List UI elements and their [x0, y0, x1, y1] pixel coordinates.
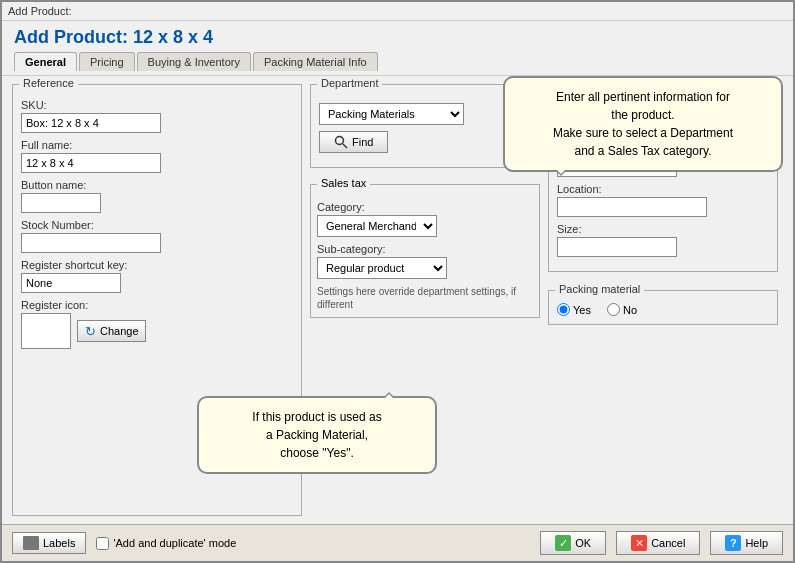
main-window: Add Product: Add Product: 12 x 8 x 4 Gen…: [0, 0, 795, 563]
ok-label: OK: [575, 537, 591, 549]
fullname-label: Full name:: [21, 139, 293, 151]
shortcut-input[interactable]: [21, 273, 121, 293]
change-button[interactable]: ↻ Change: [77, 320, 146, 342]
sku-group: SKU:: [21, 99, 293, 133]
category-select[interactable]: General Merchandise: [317, 215, 437, 237]
category-label: Category:: [317, 201, 533, 213]
sku-input[interactable]: [21, 113, 161, 133]
footer: Labels 'Add and duplicate' mode ✓ OK ✕ C…: [2, 524, 793, 561]
size-group: Size:: [557, 223, 769, 257]
svg-line-1: [343, 144, 347, 148]
labels-label: Labels: [43, 537, 75, 549]
help-button[interactable]: ? Help: [710, 531, 783, 555]
cancel-button[interactable]: ✕ Cancel: [616, 531, 700, 555]
packing-no-radio[interactable]: [607, 303, 620, 316]
help-question-icon: ?: [725, 535, 741, 551]
tab-packing-material-info[interactable]: Packing Material Info: [253, 52, 378, 71]
register-icon-preview: [21, 313, 71, 349]
callout-top: Enter all pertinent information forthe p…: [503, 76, 783, 172]
title-bar-text: Add Product:: [8, 5, 72, 17]
buttonname-group: Button name:: [21, 179, 293, 213]
sales-tax-section: Sales tax Category: General Merchandise …: [310, 184, 540, 318]
packing-material-section: Packing material Yes No: [548, 290, 778, 325]
find-label: Find: [352, 136, 373, 148]
duplicate-mode-checkbox[interactable]: [96, 537, 109, 550]
packing-yes-label: Yes: [573, 304, 591, 316]
icon-group: Register icon: ↻ Change: [21, 299, 293, 349]
ok-button[interactable]: ✓ OK: [540, 531, 606, 555]
buttonname-label: Button name:: [21, 179, 293, 191]
stocknumber-label: Stock Number:: [21, 219, 293, 231]
dept-row: Packing Materials: [319, 103, 531, 125]
icon-label: Register icon:: [21, 299, 293, 311]
packing-yes-radio[interactable]: [557, 303, 570, 316]
department-label: Department: [317, 77, 382, 89]
duplicate-mode-checkbox-label[interactable]: 'Add and duplicate' mode: [96, 537, 236, 550]
stocknumber-group: Stock Number:: [21, 219, 293, 253]
content-area: Enter all pertinent information forthe p…: [2, 76, 793, 524]
cancel-label: Cancel: [651, 537, 685, 549]
find-button[interactable]: Find: [319, 131, 388, 153]
location-group: Location:: [557, 183, 769, 217]
svg-point-0: [336, 137, 344, 145]
duplicate-mode-label: 'Add and duplicate' mode: [113, 537, 236, 549]
callout-bottom: If this product is used asa Packing Mate…: [197, 396, 437, 474]
reference-label: Reference: [19, 77, 78, 89]
location-input[interactable]: [557, 197, 707, 217]
packing-no-label: No: [623, 304, 637, 316]
window-header: Add Product: 12 x 8 x 4 General Pricing …: [2, 21, 793, 76]
labels-icon: [23, 536, 39, 550]
packing-yes-option[interactable]: Yes: [557, 303, 591, 316]
override-text: Settings here override department settin…: [317, 285, 533, 311]
department-field-group: Packing Materials Find: [319, 103, 531, 153]
department-select[interactable]: Packing Materials: [319, 103, 464, 125]
tab-bar: General Pricing Buying & Inventory Packi…: [14, 52, 781, 71]
packing-no-option[interactable]: No: [607, 303, 637, 316]
shortcut-label: Register shortcut key:: [21, 259, 293, 271]
size-label: Size:: [557, 223, 769, 235]
callout-top-text: Enter all pertinent information forthe p…: [553, 90, 733, 158]
tab-pricing[interactable]: Pricing: [79, 52, 135, 71]
callout-bottom-text: If this product is used asa Packing Mate…: [252, 410, 381, 460]
packing-material-label: Packing material: [555, 283, 644, 295]
tab-general[interactable]: General: [14, 52, 77, 71]
labels-button[interactable]: Labels: [12, 532, 86, 554]
title-bar: Add Product:: [2, 2, 793, 21]
subcategory-group: Sub-category: Regular product: [317, 243, 533, 279]
search-icon: [334, 135, 348, 149]
sales-tax-label: Sales tax: [317, 177, 370, 189]
help-label: Help: [745, 537, 768, 549]
size-input[interactable]: [557, 237, 677, 257]
change-label: Change: [100, 325, 139, 337]
location-label: Location:: [557, 183, 769, 195]
fullname-group: Full name:: [21, 139, 293, 173]
buttonname-input[interactable]: [21, 193, 101, 213]
sku-label: SKU:: [21, 99, 293, 111]
refresh-icon: ↻: [84, 325, 97, 338]
ok-checkmark-icon: ✓: [555, 535, 571, 551]
subcategory-select[interactable]: Regular product: [317, 257, 447, 279]
category-group: Category: General Merchandise: [317, 201, 533, 237]
packing-material-radio-group: Yes No: [557, 303, 769, 316]
window-main-title: Add Product: 12 x 8 x 4: [14, 27, 781, 48]
subcategory-label: Sub-category:: [317, 243, 533, 255]
cancel-x-icon: ✕: [631, 535, 647, 551]
stocknumber-input[interactable]: [21, 233, 161, 253]
shortcut-group: Register shortcut key:: [21, 259, 293, 293]
tab-buying-inventory[interactable]: Buying & Inventory: [137, 52, 251, 71]
fullname-input[interactable]: [21, 153, 161, 173]
